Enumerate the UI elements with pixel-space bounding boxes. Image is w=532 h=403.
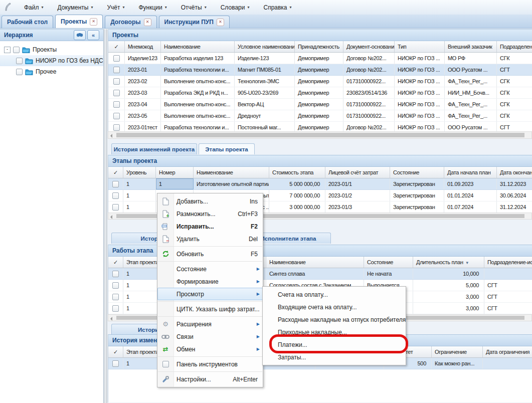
stages-column-header-4[interactable]: Лицевой счёт затрат <box>325 167 390 178</box>
checkbox-icon[interactable] <box>112 360 119 367</box>
checkbox-icon[interactable] <box>113 78 120 85</box>
tree-item-0[interactable]: -Проекты <box>0 44 103 55</box>
stages-column-header-5[interactable]: Состояние <box>390 167 444 178</box>
menu-item-цитк.-указать-шифр-затрат[interactable]: ЦИТК. Указать шифр затрат... <box>157 303 263 315</box>
stages-column-header-2[interactable]: Наименование <box>194 167 269 178</box>
projects-horizontal-scrollbar[interactable] <box>108 131 532 139</box>
checkbox-icon[interactable] <box>112 294 119 300</box>
checkbox-icon[interactable] <box>112 271 119 277</box>
checkbox-icon[interactable] <box>112 305 119 312</box>
stages-row-0[interactable]: 11Изготовление опытной партии ПМ0...5 00… <box>108 178 532 190</box>
column-header-label: Подразделение <box>500 44 532 50</box>
scrollbar-thumb[interactable] <box>116 133 524 137</box>
checkbox-icon[interactable] <box>113 55 120 62</box>
scroll-left-icon[interactable] <box>110 215 112 219</box>
history-cell-0-4 <box>483 358 532 369</box>
projects-cell-4-0: 2023-04 <box>125 99 161 110</box>
menu-item-исправить[interactable]: Исправить...F2 <box>157 220 263 233</box>
projects-column-header-4[interactable]: Документ-основание <box>343 41 395 52</box>
works-column-header-1[interactable]: Наименование <box>266 257 364 268</box>
tab-проекты[interactable]: Проекты✕ <box>55 15 103 28</box>
menubar-item-1[interactable]: Документы▾ <box>51 0 100 15</box>
menu-item-обмен[interactable]: ⇄Обмен▶ <box>157 343 263 355</box>
stages-check-column-header[interactable]: ✓ <box>108 167 123 178</box>
menubar-item-6[interactable]: Справка▾ <box>256 0 298 15</box>
menubar-item-0[interactable]: Файл▾ <box>17 0 51 15</box>
menu-item-связи[interactable]: Связи▶ <box>157 330 263 343</box>
projects-column-header-0[interactable]: Мнемокод <box>125 41 161 52</box>
stages-column-header-1[interactable]: Номер <box>156 167 194 178</box>
menu-item-состояние[interactable]: Состояние▶ <box>157 263 263 275</box>
menu-item-расширения[interactable]: ⚙Расширения▶ <box>157 318 263 330</box>
checkbox-icon[interactable] <box>112 282 119 289</box>
stages-column-header-6[interactable]: Дата начала план <box>444 167 497 178</box>
close-icon[interactable]: ✕ <box>144 19 151 26</box>
projects-row-0[interactable]: Изделие123Разработка изделия 123Изделие-… <box>108 53 532 64</box>
works-column-header-2[interactable]: Состояние <box>364 257 413 268</box>
sidebar-splitter[interactable] <box>104 29 107 403</box>
checkbox-icon[interactable] <box>113 67 120 73</box>
tree-item-1[interactable]: НИОКР по ГОЗ без НДС <box>0 55 103 66</box>
history-column-header-4[interactable]: Дата ограничения <box>483 346 532 357</box>
stages-column-header-3[interactable]: Стоимость этапа <box>269 167 325 178</box>
scroll-left-icon[interactable] <box>110 134 112 138</box>
menubar-item-3[interactable]: Функции▾ <box>131 0 173 15</box>
menu-item-настройки[interactable]: Настройки...Alt+Enter <box>157 373 263 385</box>
find-icon[interactable] <box>74 30 86 40</box>
stages-column-header-0[interactable]: Уровень <box>123 167 156 178</box>
tree-item-2[interactable]: Прочее <box>0 66 103 77</box>
projects-row-1[interactable]: 2023-01Разработка технологии и...Магнит … <box>108 64 532 76</box>
collapse-sidebar-icon[interactable]: « <box>87 30 99 40</box>
checkbox-icon[interactable] <box>112 192 119 199</box>
stages-column-header-7[interactable]: Дата окончания <box>497 167 532 178</box>
tab-рабочий-стол[interactable]: Рабочий стол <box>2 16 53 28</box>
history-check-column-header[interactable]: ✓ <box>108 346 123 357</box>
stage-tabs-tab-0[interactable]: История изменений проекта <box>111 143 197 154</box>
menu-item-удалить[interactable]: −УдалитьDel <box>157 233 263 245</box>
menu-item-добавить[interactable]: Добавить...Ins <box>157 195 263 208</box>
works-column-header-4[interactable]: Подразделение-исполнитель <box>484 257 532 268</box>
checkbox-icon[interactable] <box>13 47 20 53</box>
tab-договоры[interactable]: Договоры✕ <box>105 16 156 28</box>
checkbox-icon[interactable] <box>112 204 119 211</box>
menu-item-счета-на-оплату[interactable]: Счета на оплату... <box>263 288 406 301</box>
checkbox-icon[interactable] <box>113 90 120 96</box>
projects-column-header-3[interactable]: Принадлежность <box>295 41 343 52</box>
tab-инструкции-пуп[interactable]: Инструкции ПУП✕ <box>159 16 230 28</box>
projects-row-5[interactable]: 2023-05Выполнение опытно-конс...Дредноут… <box>108 110 532 122</box>
history-column-header-3[interactable]: Ограничение <box>432 346 483 357</box>
projects-row-2[interactable]: 2023-02Выполнение опытно-конс...Технолог… <box>108 76 532 87</box>
menu-item-входящие-счета-на-оплату[interactable]: Входящие счета на оплату... <box>263 301 406 313</box>
column-header-label: Мнемокод <box>128 44 153 50</box>
projects-column-header-7[interactable]: Подразделение <box>497 41 532 52</box>
menu-item-формирование[interactable]: Формирование▶ <box>157 275 263 288</box>
menu-item-просмотр[interactable]: Просмотр▶ <box>157 288 263 300</box>
projects-check-column-header[interactable]: ✓ <box>108 41 125 52</box>
menu-item-обновить[interactable]: ОбновитьF5 <box>157 248 263 260</box>
scroll-left-icon[interactable] <box>110 317 112 321</box>
menubar-item-5[interactable]: Словари▾ <box>214 0 257 15</box>
menu-item-панель-инструментов[interactable]: Панель инструментов <box>157 358 263 370</box>
menubar-item-4[interactable]: Отчёты▾ <box>174 0 214 15</box>
close-icon[interactable]: ✕ <box>90 18 97 26</box>
works-check-column-header[interactable]: ✓ <box>108 257 123 268</box>
tree-expander-icon[interactable]: - <box>4 47 11 53</box>
menu-item-размножить[interactable]: +Размножить...Ctrl+F3 <box>157 208 263 220</box>
checkbox-icon[interactable] <box>113 113 120 119</box>
checkbox-icon[interactable] <box>113 101 120 108</box>
checkbox-icon[interactable] <box>112 181 119 187</box>
projects-column-header-2[interactable]: Условное наименование <box>235 41 295 52</box>
projects-row-3[interactable]: 2023-03Разработка ЭКД и РКД н...905-U020… <box>108 87 532 99</box>
checkbox-icon[interactable] <box>16 69 23 75</box>
stage-tabs-tab-1[interactable]: Этапы проекта <box>199 143 255 154</box>
checkbox-icon[interactable] <box>16 58 23 64</box>
menubar-item-2[interactable]: Учёт▾ <box>100 0 131 15</box>
projects-row-4[interactable]: 2023-04Выполнение опытно-конс...Вектор-А… <box>108 99 532 110</box>
projects-column-header-6[interactable]: Внешний заказчик <box>445 41 497 52</box>
projects-column-header-1[interactable]: Наименование <box>161 41 235 52</box>
works-column-header-3[interactable]: Длительность план▼ <box>413 257 484 268</box>
checkbox-icon[interactable] <box>113 124 120 131</box>
projects-column-header-5[interactable]: Тип <box>395 41 445 52</box>
menu-item-расходные-накладные-на-отпуск-потребителям[interactable]: Расходные накладные на отпуск потребител… <box>263 313 406 326</box>
close-icon[interactable]: ✕ <box>217 19 224 26</box>
